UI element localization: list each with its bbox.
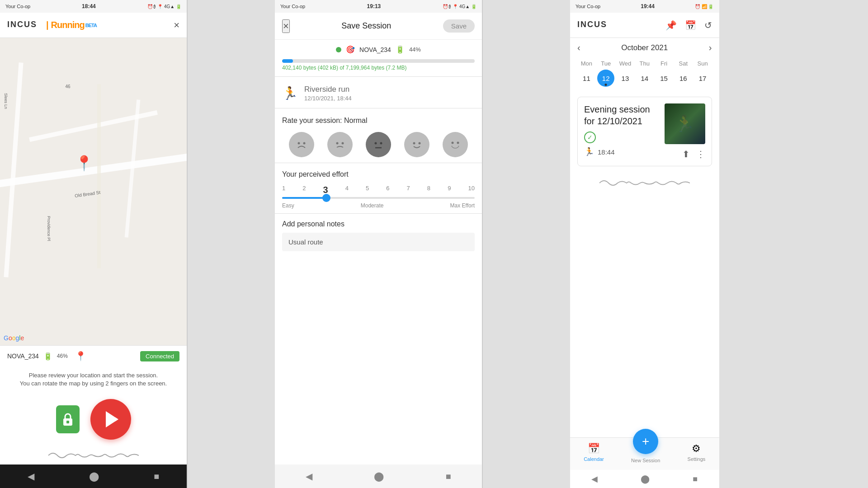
save-title: Save Session [290, 21, 443, 31]
cal-day-17[interactable]: 17 [694, 70, 711, 87]
nav-back-3[interactable]: ◀ [591, 474, 598, 484]
nav-new-session[interactable]: + New Session [631, 441, 660, 463]
cal-prev-arrow[interactable]: ‹ [577, 42, 580, 53]
nav-recent-1[interactable]: ■ [154, 471, 159, 482]
incus-header-3: INCUS 📌 📅 ↺ [570, 13, 719, 38]
save-button[interactable]: Save [443, 19, 475, 33]
progress-area: 402,140 bytes (402 kB) of 7,199,964 byte… [275, 59, 482, 73]
more-options-icon[interactable]: ⋮ [696, 149, 705, 160]
battery-pct-2: 44% [409, 46, 421, 53]
nav-home-1[interactable]: ⬤ [89, 471, 99, 482]
nav-calendar[interactable]: 📅 Calendar [584, 443, 604, 462]
app-header-1: INCUS | Running BETA × [0, 13, 187, 38]
carrier-3: Your Co-op [576, 4, 600, 9]
refresh-icon[interactable]: ↺ [704, 20, 712, 31]
cal-day-11[interactable]: 11 [578, 70, 595, 87]
nav-settings[interactable]: ⚙ Settings [688, 443, 706, 462]
effort-2: 2 [302, 185, 306, 195]
svg-point-16 [446, 136, 464, 154]
fab-plus-icon: + [642, 434, 649, 449]
nav-bar-2: ◀ ⬤ ■ [275, 465, 482, 488]
svg-point-11 [380, 142, 382, 145]
waveform [0, 446, 187, 465]
svg-point-14 [413, 142, 415, 145]
cal-day-13[interactable]: 13 [617, 70, 634, 87]
session-card-title: Evening session for 12/10/2021 [584, 103, 659, 127]
session-check-row: ✓ [584, 131, 659, 143]
svg-point-13 [408, 136, 426, 154]
map-label-providence: Providence Pl [47, 216, 51, 241]
svg-point-5 [303, 142, 305, 145]
cal-header-mon: Mon [577, 58, 596, 69]
svg-point-15 [419, 142, 421, 145]
pin-icon[interactable]: 📌 [665, 20, 677, 31]
cal-header-tue: Tue [597, 58, 615, 69]
thumb-figure-icon: 🏃 [675, 114, 695, 133]
effort-6: 6 [386, 185, 389, 195]
cal-month-label: October 2021 [621, 43, 668, 52]
label-moderate: Moderate [361, 202, 384, 209]
emoji-1[interactable] [289, 132, 314, 157]
emoji-4[interactable] [404, 132, 429, 157]
notes-title: Add personal notes [282, 220, 475, 228]
nav-recent-3[interactable]: ■ [693, 474, 698, 484]
emoji-3-selected[interactable] [366, 132, 391, 157]
location-pin-icon: 📍 [75, 351, 86, 361]
close-button-1[interactable]: × [174, 19, 179, 31]
system-nav-3: ◀ ⬤ ■ [570, 470, 719, 488]
cal-next-arrow[interactable]: › [709, 42, 712, 53]
device-name-1: NOVA_234 [7, 352, 39, 360]
action-area [0, 392, 187, 446]
runner-icon-small: 🏃 [584, 147, 594, 157]
emoji-row [282, 132, 475, 157]
notes-input[interactable] [282, 233, 475, 251]
play-button[interactable] [90, 399, 131, 440]
instruction-text: Please review your location and start th… [0, 367, 187, 392]
session-card-time: 18:44 [598, 148, 615, 156]
cal-day-15[interactable]: 15 [656, 70, 673, 87]
emoji-5[interactable] [443, 132, 468, 157]
nav-back-1[interactable]: ◀ [28, 471, 34, 482]
time-1: 18:44 [82, 3, 96, 9]
fab-button[interactable]: + [633, 429, 658, 454]
settings-nav-icon: ⚙ [692, 443, 701, 455]
play-icon [106, 411, 118, 427]
status-icons-2: ⏰ ₿ 📍 4G▲ 🔋 [443, 4, 476, 9]
gap-1 [188, 0, 275, 488]
settings-nav-label: Settings [688, 456, 706, 462]
effort-slider[interactable] [282, 197, 475, 199]
save-close-button[interactable]: × [282, 19, 290, 33]
effort-numbers: 1 2 3 4 5 6 7 8 9 10 [282, 185, 475, 195]
svg-point-4 [297, 142, 300, 145]
nav-recent-2[interactable]: ■ [446, 471, 451, 482]
app-logo: INCUS | Running BETA [7, 19, 97, 31]
nav-home-3[interactable]: ⬤ [641, 474, 650, 484]
device-sensor-icon: 🎯 [346, 45, 355, 54]
calendar-header-icon[interactable]: 📅 [685, 20, 696, 31]
session-card-actions: ⬆ ⋮ [682, 149, 705, 160]
effort-5: 5 [366, 185, 369, 195]
status-icons-3: ⏰ 📶 🔋 [695, 4, 714, 9]
cal-header-thu: Thu [635, 58, 654, 69]
cal-day-16[interactable]: 16 [675, 70, 692, 87]
effort-4: 4 [345, 185, 349, 195]
cal-header-sat: Sat [674, 58, 693, 69]
cal-header-sun: Sun [693, 58, 712, 69]
rate-title: Rate your session: Normal [282, 117, 475, 125]
new-session-label: New Session [631, 458, 660, 463]
phone2: Your Co-op 19:13 ⏰ ₿ 📍 4G▲ 🔋 × Save Sess… [275, 0, 483, 488]
header-icons-3: 📌 📅 ↺ [665, 20, 712, 31]
slider-fill [282, 197, 325, 199]
share-icon[interactable]: ⬆ [682, 149, 690, 160]
session-name: Riverside run [304, 85, 352, 94]
cal-day-12-selected[interactable]: 12 [597, 70, 614, 87]
emoji-2[interactable] [327, 132, 353, 157]
nav-back-2[interactable]: ◀ [306, 471, 312, 482]
progress-text: 402,140 bytes (402 kB) of 7,199,964 byte… [282, 65, 475, 71]
session-card-left: Evening session for 12/10/2021 ✓ 🏃 18:44 [584, 103, 659, 157]
status-icons-1: ⏰ ₿ 📍 4G▲ 🔋 [147, 4, 181, 9]
label-easy: Easy [282, 202, 294, 209]
nav-home-2[interactable]: ⬤ [374, 471, 384, 482]
lock-button[interactable] [56, 405, 80, 433]
cal-day-14[interactable]: 14 [636, 70, 653, 87]
